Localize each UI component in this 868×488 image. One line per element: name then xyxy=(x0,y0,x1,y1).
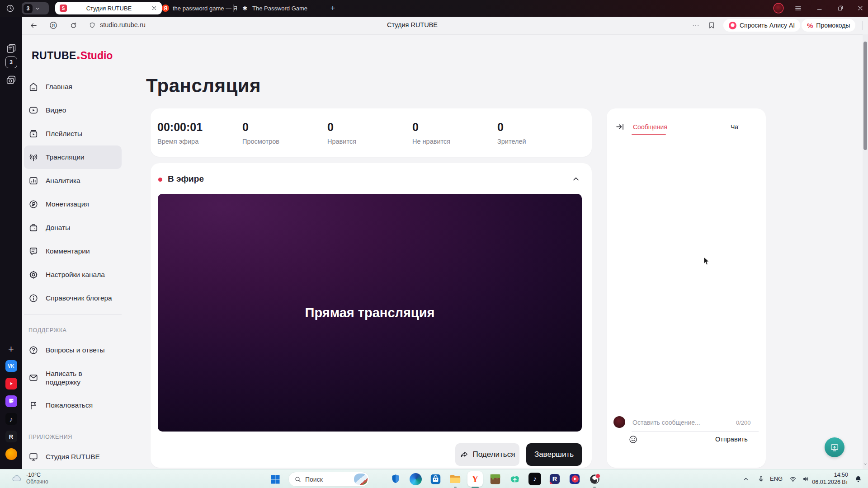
tab-counter-icon[interactable]: 3 xyxy=(0,56,22,68)
clock-widget[interactable]: 14:50 06.01.2026 Вт xyxy=(812,472,848,486)
tab-password-game[interactable]: ✱ The Password Game xyxy=(237,2,318,14)
volume-icon[interactable] xyxy=(800,474,811,484)
yandex-id-icon[interactable]: Я xyxy=(47,19,59,31)
logo-brand-text: RUTUBE xyxy=(32,50,76,62)
defender-taskbar-button[interactable] xyxy=(388,472,403,486)
stat-2: 0Нравится xyxy=(327,121,412,145)
emoji-smiley-icon[interactable] xyxy=(628,435,638,444)
sidebar-item-studio[interactable]: Студия RUTUBE xyxy=(24,445,122,469)
language-indicator[interactable]: ENG xyxy=(770,475,783,482)
tab-password-game-search[interactable]: Я the password game — Янд xyxy=(157,2,241,14)
share-button[interactable]: Поделиться xyxy=(455,443,519,466)
microphone-icon[interactable] xyxy=(755,474,766,484)
add-panel-icon[interactable]: + xyxy=(0,343,22,355)
promo-codes-label: Промокоды xyxy=(816,22,850,29)
ask-alice-button[interactable]: Спросить Алису AI xyxy=(723,19,800,32)
promo-codes-button[interactable]: % Промокоды xyxy=(802,19,855,32)
stats-row: 00:00:01Время эфира0Просмотров0Нравится0… xyxy=(151,108,592,157)
sidebar-item-mail[interactable]: Написать в поддержку xyxy=(24,362,122,394)
live-video-label: Прямая трансляция xyxy=(305,305,435,320)
sidebar-item-broadcast[interactable]: Трансляции xyxy=(24,145,122,169)
site-security-icon[interactable] xyxy=(88,21,96,29)
weather-condition: Облачно xyxy=(26,479,48,485)
window-restore-button[interactable] xyxy=(835,2,846,14)
orange-app-icon[interactable] xyxy=(0,448,22,460)
profile-avatar[interactable] xyxy=(774,4,783,13)
start-button[interactable] xyxy=(268,472,282,486)
vk-app-icon[interactable]: VK xyxy=(0,360,22,372)
microsoft-store-taskbar-button[interactable] xyxy=(428,472,443,486)
tray-chevron-up-icon[interactable] xyxy=(741,474,751,484)
sidebar-item-label: Монетизация xyxy=(46,200,89,208)
notifications-bell-icon[interactable] xyxy=(853,474,863,484)
obs-icon xyxy=(589,473,601,485)
sidebar-item-gear[interactable]: Настройки канала xyxy=(24,263,122,286)
tab-group-chip[interactable]: 3 xyxy=(22,2,49,14)
stat-1: 0Просмотров xyxy=(242,121,327,145)
window-minimize-button[interactable] xyxy=(814,2,826,14)
support-chat-button[interactable] xyxy=(825,437,844,457)
video-play-app-icon[interactable] xyxy=(0,378,22,389)
browser-tab-bar: 3 S Студия RUTUBE Я the password game — … xyxy=(0,0,868,17)
sidebar-item-playlist[interactable]: Плейлисты xyxy=(24,122,122,145)
sidebar-item-label: Справочник блогера xyxy=(46,294,112,302)
rutube-play-taskbar-button[interactable] xyxy=(567,472,582,486)
search-highlight-image xyxy=(354,474,368,485)
new-tab-button[interactable]: + xyxy=(328,4,337,13)
url-text[interactable]: studio.rutube.ru xyxy=(100,21,146,28)
weather-widget[interactable]: -10°C Облачно xyxy=(11,472,48,485)
feed-panel-icon[interactable] xyxy=(0,43,22,54)
studio-icon xyxy=(28,452,38,462)
back-icon[interactable] xyxy=(28,19,39,31)
wifi-icon[interactable] xyxy=(788,474,798,484)
collapse-chevron-up-icon[interactable] xyxy=(571,174,580,183)
chat-message-input[interactable] xyxy=(632,418,724,427)
sidebar-item-home[interactable]: Главная xyxy=(24,75,122,99)
logo-suffix-text: Studio xyxy=(80,50,113,62)
question-icon xyxy=(28,345,38,355)
studio-sidebar-menu: ГлавнаяВидеоПлейлистыТрансляцииАналитика… xyxy=(28,75,117,469)
r-blue-app-taskbar-button[interactable]: R xyxy=(547,472,562,486)
tiktok-app-icon[interactable]: ♪ xyxy=(0,413,22,425)
collapse-panel-icon[interactable] xyxy=(615,122,625,131)
ruble-icon xyxy=(28,199,38,209)
more-options-icon[interactable] xyxy=(690,19,702,31)
sidebar-item-comment[interactable]: Комментарии xyxy=(24,239,122,263)
rustore-cloud-taskbar-button[interactable] xyxy=(508,472,522,486)
tab-rutube-studio[interactable]: S Студия RUTUBE xyxy=(55,2,162,14)
sidebar-item-wallet[interactable]: Донаты xyxy=(24,216,122,239)
sidebar-item-analytics[interactable]: Аналитика xyxy=(24,169,122,192)
send-button[interactable]: Отправить xyxy=(715,436,748,443)
windows-logo-icon xyxy=(269,474,281,485)
file-explorer-taskbar-button[interactable] xyxy=(448,472,462,486)
edge-taskbar-button[interactable] xyxy=(408,472,423,486)
yandex-favicon: Я xyxy=(162,5,169,12)
taskbar-search-box[interactable]: Поиск xyxy=(288,472,369,487)
yandex-browser-taskbar-button[interactable]: Y xyxy=(468,472,482,486)
chat-panel: Сообщения Чат 0/200 Отправить xyxy=(607,108,766,468)
rutube-studio-logo[interactable]: RUTUBE Studio xyxy=(32,50,113,66)
messages-tab[interactable]: Сообщения xyxy=(633,123,667,131)
screenshot-icon[interactable] xyxy=(0,75,22,86)
mouse-cursor xyxy=(703,257,710,266)
scrollbar-down-arrow[interactable] xyxy=(863,462,868,467)
r-app-icon[interactable]: R xyxy=(0,431,22,442)
window-close-button[interactable] xyxy=(854,2,866,14)
sidebar-item-info[interactable]: Справочник блогера xyxy=(24,286,122,310)
twitch-app-icon[interactable] xyxy=(0,395,22,407)
browser-menu-icon[interactable] xyxy=(792,2,804,14)
scrollbar-thumb[interactable] xyxy=(863,42,867,150)
sidebar-item-question[interactable]: Вопросы и ответы xyxy=(24,338,122,362)
sidebar-item-flag[interactable]: Пожаловаться xyxy=(24,394,122,417)
tiktok-taskbar-button[interactable]: ♪ xyxy=(528,472,542,486)
minecraft-taskbar-button[interactable] xyxy=(488,472,502,486)
bookmark-icon[interactable] xyxy=(706,19,717,31)
reload-icon[interactable] xyxy=(67,19,79,31)
finish-stream-button[interactable]: Завершить xyxy=(526,443,582,466)
obs-taskbar-button[interactable] xyxy=(587,472,602,486)
tab-close-icon[interactable] xyxy=(151,5,157,11)
sidebar-item-video[interactable]: Видео xyxy=(24,99,122,122)
sidebar-item-label: Видео xyxy=(46,106,66,114)
sidebar-item-ruble[interactable]: Монетизация xyxy=(24,192,122,216)
history-clock-icon[interactable] xyxy=(5,4,15,13)
